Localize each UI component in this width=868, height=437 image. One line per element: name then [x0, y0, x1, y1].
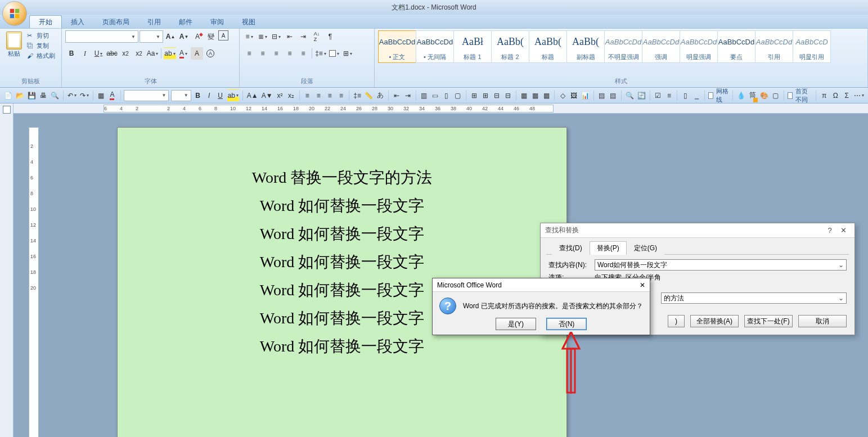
change-case-button[interactable]: Aa▾: [146, 47, 159, 60]
alert-yes-button[interactable]: 是(Y): [496, 318, 536, 330]
firstpage-checkbox[interactable]: [788, 92, 793, 99]
qat-sub-icon[interactable]: x₂: [287, 89, 296, 102]
qat-ruler-icon[interactable]: 📏: [364, 89, 374, 102]
qat-merge-icon[interactable]: ▦: [519, 89, 528, 102]
style-tile-3[interactable]: AaBb(标题 2: [491, 30, 529, 63]
char-shading-button[interactable]: A: [191, 47, 203, 60]
fr-btn-cancel[interactable]: 取消: [798, 315, 847, 327]
qat-del-col-icon[interactable]: ⊟: [503, 89, 512, 102]
close-icon[interactable]: ✕: [640, 281, 645, 289]
style-tile-1[interactable]: AaBbCcDd• 无间隔: [416, 30, 454, 63]
style-tile-0[interactable]: AaBbCcDd• 正文: [378, 30, 416, 63]
qat-header-icon[interactable]: ▤: [597, 89, 606, 102]
multilevel-button[interactable]: ⊟▾: [270, 30, 282, 43]
qat-insert-row-icon[interactable]: ⊞: [469, 89, 478, 102]
qat-bg-icon[interactable]: 筒: [748, 89, 757, 102]
highlight-button[interactable]: ab▾: [164, 47, 176, 60]
enclosed-char-button[interactable]: A: [204, 47, 217, 60]
doc-line-1[interactable]: Word 如何替换一段文字: [118, 195, 566, 217]
grow-font-button[interactable]: A▲: [164, 30, 177, 43]
qat-watermark-icon[interactable]: 💧: [736, 89, 746, 102]
show-marks-button[interactable]: ¶: [324, 30, 336, 43]
chevron-down-icon[interactable]: ⌄: [838, 261, 844, 269]
qat-indent-dec-icon[interactable]: ⇤: [392, 89, 401, 102]
qat-shapes-icon[interactable]: ◇: [558, 89, 567, 102]
qat-table-icon[interactable]: ▦: [96, 89, 105, 102]
qat-sup-icon[interactable]: x²: [276, 89, 285, 102]
qat-find-icon[interactable]: 🔍: [625, 89, 635, 102]
qat-equation-icon[interactable]: Σ: [842, 89, 851, 102]
qat-shrink-icon[interactable]: A▼: [261, 89, 273, 102]
tab-view[interactable]: 视图: [233, 16, 264, 28]
outline-toggle-icon[interactable]: [3, 106, 11, 114]
style-tile-4[interactable]: AaBb(标题: [529, 30, 567, 63]
paste-button[interactable]: 粘贴: [3, 30, 25, 58]
style-tile-10[interactable]: AaBbCcDd引用: [755, 30, 793, 63]
style-tile-2[interactable]: AaBł标题 1: [453, 30, 492, 63]
doc-line-2[interactable]: Word 如何替换一段文字: [118, 223, 566, 245]
qat-open-icon[interactable]: 📂: [15, 89, 25, 102]
fr-tab-goto[interactable]: 定位(G): [627, 241, 664, 255]
qat-font-color-icon[interactable]: A: [107, 89, 116, 102]
style-tile-6[interactable]: AaBbCcDd不明显强调: [604, 30, 642, 63]
qat-columns-icon[interactable]: ▥: [420, 89, 429, 102]
qat-insert-col-icon[interactable]: ⊞: [481, 89, 490, 102]
style-tile-9[interactable]: AaBbCcDd要点: [717, 30, 755, 63]
numbering-button[interactable]: ≣▾: [257, 30, 269, 43]
qat-footer-icon[interactable]: ▤: [609, 89, 618, 102]
qat-align-left-icon[interactable]: ≡: [303, 89, 312, 102]
qat-align-center-icon[interactable]: ≡: [314, 89, 323, 102]
qat-italic-icon[interactable]: I: [205, 89, 214, 102]
strike-button[interactable]: abc: [106, 47, 118, 60]
align-center-button[interactable]: ≡: [257, 47, 269, 60]
distribute-button[interactable]: ≡: [297, 47, 309, 60]
tab-review[interactable]: 审阅: [201, 16, 233, 28]
doc-line-6[interactable]: Word 如何替换一段文字: [118, 336, 566, 357]
qat-size-icon2[interactable]: ▯: [442, 89, 451, 102]
qat-bold-icon[interactable]: B: [194, 89, 203, 102]
borders-button[interactable]: ⊞▾: [341, 47, 354, 60]
bullets-button[interactable]: ≡▾: [243, 30, 255, 43]
font-color-button[interactable]: A▾: [177, 47, 190, 60]
alert-no-button[interactable]: 否(N): [546, 318, 587, 330]
subscript-button[interactable]: x2: [119, 47, 132, 60]
fr-titlebar[interactable]: 查找和替换 ? ✕: [541, 223, 854, 238]
qat-justify-icon[interactable]: ≡: [336, 89, 345, 102]
increase-indent-button[interactable]: ⇥: [297, 30, 309, 43]
bold-button[interactable]: B: [65, 47, 78, 60]
fr-btn-partial[interactable]: ): [668, 315, 685, 327]
qat-undo-icon[interactable]: ↶▾: [67, 89, 77, 102]
font-name-combo[interactable]: ▼: [65, 30, 138, 43]
confirm-dialog[interactable]: Microsoft Office Word ✕ ? Word 已完成对所选内容的…: [432, 278, 650, 335]
office-button[interactable]: [2, 1, 27, 26]
qat-image-icon[interactable]: 🖼: [569, 89, 578, 102]
qat-formula-icon[interactable]: π: [820, 89, 829, 102]
superscript-button[interactable]: x2: [133, 47, 145, 60]
tab-home[interactable]: 开始: [29, 15, 62, 28]
qat-borders-icon[interactable]: ▦: [542, 89, 551, 102]
style-tile-11[interactable]: AaBbCcD明显引用: [793, 30, 831, 63]
close-icon[interactable]: ✕: [836, 226, 850, 235]
shrink-font-button[interactable]: A▼: [178, 30, 190, 43]
vertical-ruler[interactable]: 2468101214161820: [29, 127, 39, 437]
help-icon[interactable]: ?: [823, 226, 836, 235]
tab-references[interactable]: 引用: [138, 16, 170, 28]
qat-more-icon[interactable]: ⋯▾: [853, 89, 865, 102]
qat-grow-icon[interactable]: A▲: [246, 89, 259, 102]
qat-toc-icon[interactable]: ≡: [664, 89, 673, 102]
qat-align-right-icon[interactable]: ≡: [325, 89, 334, 102]
qat-split-icon[interactable]: ▦: [530, 89, 539, 102]
line-spacing-button[interactable]: ‡≡▾: [314, 47, 327, 60]
sort-button[interactable]: A↓Z: [311, 30, 323, 43]
char-border-button[interactable]: A: [218, 30, 228, 40]
italic-button[interactable]: I: [79, 47, 91, 60]
style-tile-7[interactable]: AaBbCcDd强调: [642, 30, 680, 63]
qat-spacing-icon[interactable]: ‡≡: [353, 89, 362, 102]
qat-checkbox-icon[interactable]: ☑: [653, 89, 662, 102]
format-painter-button[interactable]: 🖌格式刷: [27, 52, 55, 60]
qat-pagecolor-icon[interactable]: 🎨: [759, 89, 769, 102]
underline-button[interactable]: U▾: [92, 47, 105, 60]
align-left-button[interactable]: ≡: [243, 47, 255, 60]
qat-chart-icon[interactable]: 📊: [581, 89, 590, 102]
doc-line-3[interactable]: Word 如何替换一段文字: [118, 251, 566, 273]
